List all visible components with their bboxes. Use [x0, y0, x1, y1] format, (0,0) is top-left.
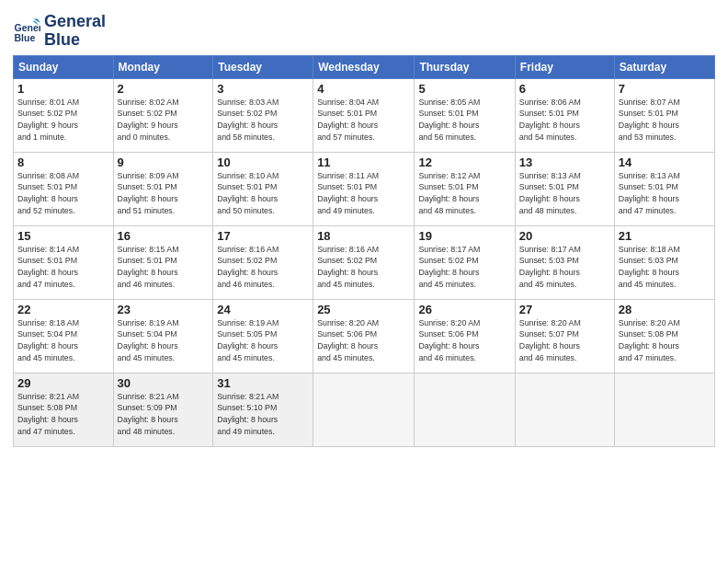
calendar-day-cell: 25Sunrise: 8:20 AM Sunset: 5:06 PM Dayli…	[313, 299, 415, 373]
day-info: Sunrise: 8:15 AM Sunset: 5:01 PM Dayligh…	[118, 244, 210, 291]
calendar-day-cell: 5Sunrise: 8:05 AM Sunset: 5:01 PM Daylig…	[415, 78, 515, 152]
day-number: 21	[619, 229, 711, 243]
day-info: Sunrise: 8:08 AM Sunset: 5:01 PM Dayligh…	[17, 170, 109, 217]
day-number: 15	[17, 229, 109, 243]
calendar-week-row: 1Sunrise: 8:01 AM Sunset: 5:02 PM Daylig…	[14, 78, 715, 152]
logo-icon: General Blue	[13, 17, 40, 45]
day-number: 19	[418, 229, 510, 243]
day-number: 17	[217, 229, 309, 243]
day-info: Sunrise: 8:17 AM Sunset: 5:03 PM Dayligh…	[519, 244, 610, 291]
calendar-table: SundayMondayTuesdayWednesdayThursdayFrid…	[13, 55, 715, 447]
logo-text: General Blue	[44, 13, 106, 50]
day-info: Sunrise: 8:18 AM Sunset: 5:03 PM Dayligh…	[619, 244, 711, 291]
day-number: 25	[317, 303, 410, 316]
calendar-day-cell: 3Sunrise: 8:03 AM Sunset: 5:02 PM Daylig…	[213, 78, 313, 152]
day-number: 27	[519, 303, 610, 316]
calendar-day-cell: 24Sunrise: 8:19 AM Sunset: 5:05 PM Dayli…	[213, 299, 313, 373]
calendar-day-cell: 15Sunrise: 8:14 AM Sunset: 5:01 PM Dayli…	[14, 225, 114, 299]
main-container: General Blue General Blue SundayMondayTu…	[0, 0, 728, 563]
day-info: Sunrise: 8:07 AM Sunset: 5:01 PM Dayligh…	[619, 97, 711, 144]
calendar-day-cell: 10Sunrise: 8:10 AM Sunset: 5:01 PM Dayli…	[213, 152, 313, 225]
day-number: 28	[619, 303, 711, 316]
day-info: Sunrise: 8:21 AM Sunset: 5:10 PM Dayligh…	[217, 391, 309, 438]
calendar-day-cell: 11Sunrise: 8:11 AM Sunset: 5:01 PM Dayli…	[313, 152, 415, 225]
day-info: Sunrise: 8:02 AM Sunset: 5:02 PM Dayligh…	[118, 97, 210, 144]
calendar-day-cell	[415, 373, 515, 446]
day-info: Sunrise: 8:19 AM Sunset: 5:05 PM Dayligh…	[217, 317, 309, 364]
day-number: 10	[217, 155, 309, 169]
calendar-day-cell: 14Sunrise: 8:13 AM Sunset: 5:01 PM Dayli…	[614, 152, 714, 225]
day-info: Sunrise: 8:19 AM Sunset: 5:04 PM Dayligh…	[118, 317, 210, 364]
day-number: 1	[17, 82, 109, 96]
day-number: 11	[317, 155, 410, 169]
day-number: 5	[418, 82, 510, 96]
day-info: Sunrise: 8:16 AM Sunset: 5:02 PM Dayligh…	[317, 244, 410, 291]
day-number: 13	[519, 155, 610, 169]
day-info: Sunrise: 8:03 AM Sunset: 5:02 PM Dayligh…	[217, 97, 309, 144]
day-number: 30	[118, 376, 210, 390]
day-info: Sunrise: 8:16 AM Sunset: 5:02 PM Dayligh…	[217, 244, 309, 291]
day-info: Sunrise: 8:20 AM Sunset: 5:07 PM Dayligh…	[519, 317, 610, 364]
calendar-day-cell: 9Sunrise: 8:09 AM Sunset: 5:01 PM Daylig…	[113, 152, 213, 225]
day-number: 2	[118, 82, 210, 96]
calendar-day-cell: 4Sunrise: 8:04 AM Sunset: 5:01 PM Daylig…	[313, 78, 415, 152]
day-info: Sunrise: 8:06 AM Sunset: 5:01 PM Dayligh…	[519, 97, 610, 144]
day-info: Sunrise: 8:11 AM Sunset: 5:01 PM Dayligh…	[317, 170, 410, 217]
calendar-day-cell: 16Sunrise: 8:15 AM Sunset: 5:01 PM Dayli…	[113, 225, 213, 299]
day-info: Sunrise: 8:20 AM Sunset: 5:06 PM Dayligh…	[317, 317, 410, 364]
calendar-day-cell: 29Sunrise: 8:21 AM Sunset: 5:08 PM Dayli…	[14, 373, 114, 446]
day-info: Sunrise: 8:13 AM Sunset: 5:01 PM Dayligh…	[519, 170, 610, 217]
calendar-day-cell: 21Sunrise: 8:18 AM Sunset: 5:03 PM Dayli…	[614, 225, 714, 299]
svg-text:Blue: Blue	[15, 31, 36, 42]
calendar-day-cell: 31Sunrise: 8:21 AM Sunset: 5:10 PM Dayli…	[213, 373, 313, 446]
day-info: Sunrise: 8:10 AM Sunset: 5:01 PM Dayligh…	[217, 170, 309, 217]
calendar-day-cell: 7Sunrise: 8:07 AM Sunset: 5:01 PM Daylig…	[614, 78, 714, 152]
calendar-day-cell: 18Sunrise: 8:16 AM Sunset: 5:02 PM Dayli…	[313, 225, 415, 299]
calendar-day-cell: 2Sunrise: 8:02 AM Sunset: 5:02 PM Daylig…	[113, 78, 213, 152]
calendar-day-cell	[313, 373, 415, 446]
calendar-day-cell: 22Sunrise: 8:18 AM Sunset: 5:04 PM Dayli…	[14, 299, 114, 373]
day-info: Sunrise: 8:09 AM Sunset: 5:01 PM Dayligh…	[118, 170, 210, 217]
calendar-day-cell: 20Sunrise: 8:17 AM Sunset: 5:03 PM Dayli…	[515, 225, 614, 299]
calendar-day-cell: 30Sunrise: 8:21 AM Sunset: 5:09 PM Dayli…	[113, 373, 213, 446]
day-info: Sunrise: 8:20 AM Sunset: 5:08 PM Dayligh…	[619, 317, 711, 364]
weekday-header: Saturday	[614, 55, 714, 78]
day-number: 8	[17, 155, 109, 169]
day-number: 4	[317, 82, 410, 96]
day-info: Sunrise: 8:17 AM Sunset: 5:02 PM Dayligh…	[418, 244, 510, 291]
day-number: 26	[418, 303, 510, 316]
calendar-week-row: 29Sunrise: 8:21 AM Sunset: 5:08 PM Dayli…	[14, 373, 715, 446]
day-number: 20	[519, 229, 610, 243]
calendar-day-cell: 28Sunrise: 8:20 AM Sunset: 5:08 PM Dayli…	[614, 299, 714, 373]
weekday-header: Thursday	[415, 55, 515, 78]
day-number: 14	[619, 155, 711, 169]
day-number: 12	[418, 155, 510, 169]
day-number: 16	[118, 229, 210, 243]
day-info: Sunrise: 8:04 AM Sunset: 5:01 PM Dayligh…	[317, 97, 410, 144]
day-number: 31	[217, 376, 309, 390]
day-info: Sunrise: 8:18 AM Sunset: 5:04 PM Dayligh…	[17, 317, 109, 364]
header: General Blue General Blue	[13, 9, 715, 50]
day-info: Sunrise: 8:05 AM Sunset: 5:01 PM Dayligh…	[418, 97, 510, 144]
calendar-day-cell: 8Sunrise: 8:08 AM Sunset: 5:01 PM Daylig…	[14, 152, 114, 225]
weekday-header: Friday	[515, 55, 614, 78]
calendar-day-cell: 23Sunrise: 8:19 AM Sunset: 5:04 PM Dayli…	[113, 299, 213, 373]
day-number: 6	[519, 82, 610, 96]
weekday-header: Wednesday	[313, 55, 415, 78]
day-info: Sunrise: 8:12 AM Sunset: 5:01 PM Dayligh…	[418, 170, 510, 217]
calendar-day-cell: 1Sunrise: 8:01 AM Sunset: 5:02 PM Daylig…	[14, 78, 114, 152]
calendar-day-cell: 13Sunrise: 8:13 AM Sunset: 5:01 PM Dayli…	[515, 152, 614, 225]
weekday-header: Monday	[113, 55, 213, 78]
day-info: Sunrise: 8:21 AM Sunset: 5:08 PM Dayligh…	[17, 391, 109, 438]
day-number: 29	[17, 376, 109, 390]
calendar-day-cell: 17Sunrise: 8:16 AM Sunset: 5:02 PM Dayli…	[213, 225, 313, 299]
calendar-header-row: SundayMondayTuesdayWednesdayThursdayFrid…	[14, 55, 715, 78]
calendar-day-cell: 26Sunrise: 8:20 AM Sunset: 5:06 PM Dayli…	[415, 299, 515, 373]
logo: General Blue General Blue	[13, 13, 106, 50]
day-info: Sunrise: 8:01 AM Sunset: 5:02 PM Dayligh…	[17, 97, 109, 144]
day-info: Sunrise: 8:14 AM Sunset: 5:01 PM Dayligh…	[17, 244, 109, 291]
day-number: 22	[17, 303, 109, 316]
day-info: Sunrise: 8:13 AM Sunset: 5:01 PM Dayligh…	[619, 170, 711, 217]
calendar-day-cell: 19Sunrise: 8:17 AM Sunset: 5:02 PM Dayli…	[415, 225, 515, 299]
calendar-week-row: 8Sunrise: 8:08 AM Sunset: 5:01 PM Daylig…	[14, 152, 715, 225]
